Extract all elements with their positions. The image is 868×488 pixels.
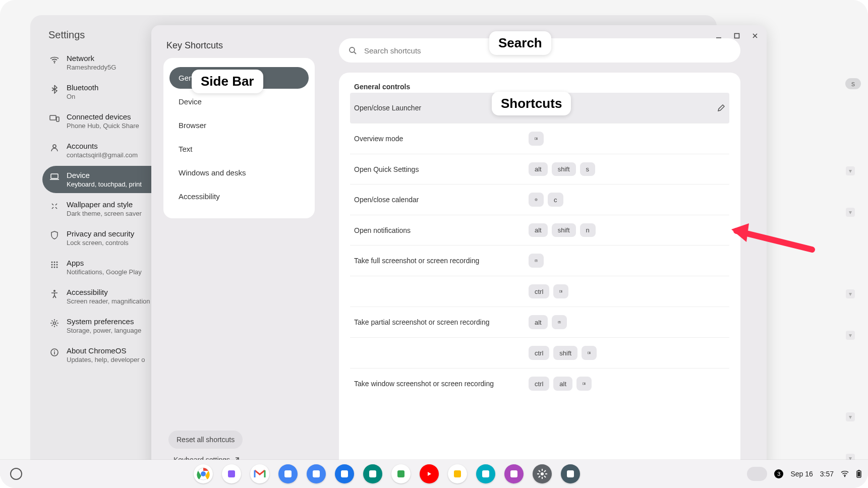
svg-point-34: [559, 322, 560, 323]
svg-point-10: [56, 264, 58, 266]
svg-rect-55: [567, 470, 574, 477]
shortcut-label: Take window screenshot or screen recordi…: [354, 380, 520, 388]
taskbar-app-chrome[interactable]: [194, 464, 213, 483]
key-alt: alt: [529, 223, 548, 237]
key-alt: alt: [553, 377, 572, 391]
shortcut-row[interactable]: Take full screenshot or screen recording: [350, 246, 729, 276]
svg-rect-35: [559, 321, 560, 322]
nav-title: Connected devices: [67, 112, 139, 121]
svg-point-8: [51, 264, 53, 266]
shortcut-label: Overview mode: [354, 135, 520, 143]
shortcut-row[interactable]: Open/close calendarc: [350, 185, 729, 215]
nav-sub: Screen reader, magnification: [67, 297, 150, 305]
nav-title: Apps: [67, 259, 142, 267]
sidebar-item-accessibility[interactable]: Accessibility: [169, 186, 309, 207]
key-overview-icon: [576, 377, 592, 391]
shortcuts-content: General controls Open/close LauncherOver…: [339, 73, 740, 474]
svg-point-43: [201, 471, 206, 476]
minimize-button[interactable]: [712, 29, 725, 42]
svg-rect-46: [313, 470, 320, 477]
notification-badge[interactable]: 3: [774, 469, 783, 478]
svg-rect-41: [585, 384, 586, 385]
taskbar-app-app2[interactable]: [504, 464, 524, 483]
svg-rect-49: [397, 470, 404, 477]
reset-shortcuts-button[interactable]: Reset all shortcuts: [168, 431, 243, 449]
shortcut-keys: altshifts: [529, 162, 725, 176]
nav-sub: Notifications, Google Play: [67, 268, 142, 276]
taskbar-app-app1[interactable]: [476, 464, 495, 483]
nav-sub: Rameshreddy5G: [67, 64, 116, 71]
shortcuts-sidebar: Key Shortcuts GeneralDeviceBrowserTextWi…: [163, 38, 325, 474]
key-s: s: [580, 162, 596, 176]
sidebar-item-text[interactable]: Text: [169, 138, 309, 160]
taskbar-app-play[interactable]: [391, 464, 411, 483]
bg-pill: s: [845, 78, 861, 89]
taskbar-app-settings[interactable]: [533, 464, 552, 483]
svg-point-19: [350, 47, 355, 52]
shortcut-keys: c: [529, 193, 725, 207]
taskbar-status[interactable]: 3 Sep 16 3:57: [747, 467, 862, 481]
shortcut-row[interactable]: ctrl: [350, 276, 729, 307]
taskbar-app-app3[interactable]: [561, 464, 580, 483]
svg-rect-38: [590, 353, 591, 354]
nav-sub: Keyboard, touchpad, print: [67, 180, 142, 188]
svg-rect-2: [56, 117, 59, 121]
svg-point-13: [56, 267, 58, 268]
key-alt: alt: [529, 315, 548, 329]
nav-title: Accounts: [67, 142, 138, 150]
taskbar-app-youtube[interactable]: [420, 464, 439, 483]
taskbar-app-calendar[interactable]: [278, 464, 298, 483]
sidebar-item-windows-and-desks[interactable]: Windows and desks: [169, 162, 309, 184]
taskbar-app-chat[interactable]: [335, 464, 354, 483]
shortcut-keys: ctrlshift: [529, 346, 725, 360]
taskbar-app-gmail[interactable]: [250, 464, 269, 483]
edit-icon[interactable]: [717, 104, 725, 112]
svg-rect-27: [535, 260, 537, 262]
taskbar-app-meet[interactable]: [363, 464, 382, 483]
account-icon: [49, 143, 60, 153]
shortcut-row[interactable]: ctrlshift: [350, 338, 729, 369]
key-shift: shift: [552, 162, 576, 176]
taskbar-app-photos[interactable]: [448, 464, 467, 483]
sidebar-item-browser[interactable]: Browser: [169, 114, 309, 136]
nav-sub: Lock screen, controls: [67, 239, 134, 247]
svg-rect-58: [858, 470, 860, 471]
svg-rect-31: [561, 290, 562, 291]
wifi-icon: [841, 470, 849, 478]
callout-search: Search: [489, 31, 551, 55]
quick-settings-pill[interactable]: [747, 467, 767, 481]
laptop-icon: [49, 172, 60, 182]
taskbar-app-files[interactable]: [307, 464, 326, 483]
shortcut-row[interactable]: Overview mode: [350, 124, 729, 154]
key-ctrl: ctrl: [529, 377, 549, 391]
svg-point-56: [844, 476, 845, 477]
red-arrow-annotation: [726, 222, 817, 252]
svg-point-6: [54, 262, 55, 263]
launcher-button[interactable]: [10, 468, 22, 480]
svg-rect-36: [588, 352, 590, 354]
svg-rect-1: [50, 115, 56, 120]
shortcut-row[interactable]: Take partial screenshot or screen record…: [350, 307, 729, 338]
svg-rect-24: [537, 139, 538, 140]
svg-rect-4: [51, 174, 58, 178]
svg-point-28: [536, 260, 537, 261]
maximize-button[interactable]: [730, 29, 743, 42]
nav-sub: Phone Hub, Quick Share: [67, 122, 139, 130]
shortcut-label: Open Quick Settings: [354, 165, 520, 173]
info-icon: [49, 347, 60, 357]
key-screenshot-icon: [529, 254, 544, 268]
nav-title: Accessibility: [67, 288, 150, 296]
svg-point-0: [54, 62, 55, 63]
svg-point-11: [51, 267, 53, 268]
sidebar-item-device[interactable]: Device: [169, 91, 309, 112]
shortcut-row[interactable]: Open Quick Settingsaltshifts: [350, 154, 729, 185]
close-button[interactable]: [748, 29, 762, 42]
shortcut-row[interactable]: Take window screenshot or screen recordi…: [350, 369, 729, 399]
nav-title: Network: [67, 54, 116, 63]
shortcut-row[interactable]: Open notificationsaltshiftn: [350, 215, 729, 246]
svg-point-3: [53, 145, 56, 148]
taskbar-app-gemini[interactable]: [222, 464, 241, 483]
bg-chevrons: ▾▾▾▾▾▾▾: [846, 166, 855, 488]
nav-title: Device: [67, 171, 142, 179]
taskbar-date: Sep 16: [790, 470, 813, 478]
